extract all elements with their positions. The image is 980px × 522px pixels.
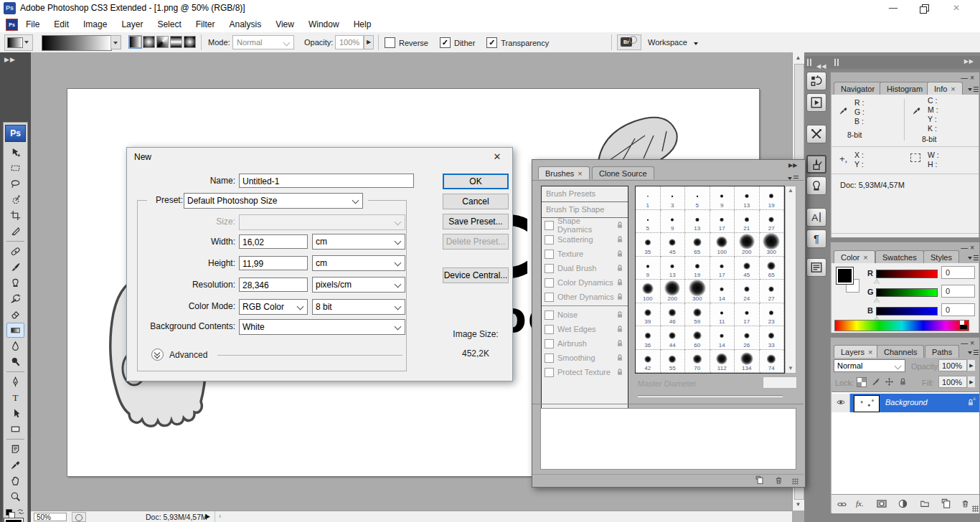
panel-button-history[interactable] <box>806 72 826 90</box>
slider-value-field[interactable]: 0 <box>941 285 975 298</box>
minimize-button[interactable]: — <box>881 0 905 16</box>
palette-menu-icon[interactable] <box>788 174 797 182</box>
default-colors-icon[interactable] <box>9 512 15 518</box>
foreground-color-swatch[interactable] <box>4 518 23 522</box>
expand-dock-icon[interactable]: ▶▶ <box>964 58 974 65</box>
brush-toggle-shape-dynamics[interactable]: Shape Dynamics <box>542 218 628 232</box>
tab-color[interactable]: Color× <box>834 250 875 263</box>
width-input[interactable]: 16,02 <box>239 234 308 249</box>
name-input[interactable]: Untitled-1 <box>239 174 414 188</box>
close-icon[interactable]: × <box>578 169 582 178</box>
tab-brushes[interactable]: Brushes× <box>538 166 590 179</box>
fill-arrow-button[interactable]: ▶ <box>967 376 976 388</box>
blur-tool[interactable] <box>6 338 24 353</box>
fill-field[interactable]: 100% <box>938 376 967 388</box>
opacity-field[interactable]: 100% <box>938 359 967 371</box>
resolution-unit-dropdown[interactable]: pixels/cm <box>312 277 405 293</box>
brush-preset-27[interactable]: 27 <box>760 210 785 234</box>
slider-track[interactable] <box>876 270 938 278</box>
layer-row-background[interactable]: Background <box>831 394 979 412</box>
cancel-button[interactable]: Cancel <box>443 194 509 209</box>
new-layer-icon[interactable] <box>941 498 951 509</box>
brush-toggle-texture[interactable]: Texture <box>542 247 628 261</box>
save-preset-button[interactable]: Save Preset... <box>443 214 509 229</box>
brush-preset-13[interactable]: 13 <box>661 257 686 280</box>
menu-edit[interactable]: Edit <box>47 16 76 32</box>
brush-preset-21[interactable]: 21 <box>735 210 760 234</box>
brush-preset-14[interactable]: 14 <box>710 280 735 303</box>
eraser-tool[interactable] <box>6 307 24 322</box>
add-mask-icon[interactable] <box>876 498 887 509</box>
brush-preset-1[interactable]: 1 <box>636 186 661 210</box>
menu-window[interactable]: Window <box>301 16 347 32</box>
unchecked-icon[interactable] <box>545 264 554 273</box>
menu-select[interactable]: Select <box>150 16 188 32</box>
unchecked-icon[interactable] <box>545 221 554 230</box>
brush-preset-200[interactable]: 200 <box>661 280 686 303</box>
opacity-field[interactable]: 100% <box>335 35 364 49</box>
slider-value-field[interactable]: 0 <box>941 266 975 279</box>
ok-button[interactable]: OK <box>443 174 509 189</box>
brush-preset-70[interactable]: 70 <box>685 350 710 374</box>
height-input[interactable]: 11,99 <box>239 256 308 270</box>
resize-grip[interactable] <box>792 478 798 485</box>
resolution-input[interactable]: 28,346 <box>239 277 308 292</box>
brush-preset-55[interactable]: 55 <box>661 350 686 374</box>
lock-position-icon[interactable] <box>885 377 894 386</box>
restore-button[interactable] <box>913 0 937 16</box>
blend-mode-dropdown[interactable]: Normal <box>834 359 905 372</box>
menu-filter[interactable]: Filter <box>189 16 222 32</box>
slider-track[interactable] <box>876 307 938 315</box>
menu-help[interactable]: Help <box>347 16 379 32</box>
brush-toggle-dual-brush[interactable]: Dual Brush <box>542 261 628 275</box>
color-spectrum-ramp[interactable] <box>834 320 969 331</box>
visibility-cell[interactable] <box>831 394 850 412</box>
delete-brush-icon[interactable] <box>774 475 783 485</box>
unchecked-icon[interactable] <box>545 235 554 245</box>
unchecked-icon[interactable] <box>545 339 554 348</box>
link-layers-icon[interactable] <box>836 499 848 510</box>
collapse-dock-icon[interactable]: ◀◀ <box>816 63 826 70</box>
go-to-bridge-button[interactable]: Br <box>617 34 641 50</box>
slider-thumb[interactable] <box>874 279 880 284</box>
lock-icon[interactable] <box>616 368 624 376</box>
history-brush-tool[interactable] <box>6 291 24 306</box>
unchecked-icon[interactable] <box>545 325 554 334</box>
brush-preset-27[interactable]: 27 <box>760 280 785 303</box>
linear-gradient-button[interactable] <box>129 36 141 48</box>
gradient-tool[interactable] <box>6 323 24 338</box>
lock-icon[interactable] <box>616 339 624 348</box>
close-panel-icon[interactable]: × <box>970 244 976 252</box>
close-button[interactable]: ✕ <box>944 0 969 16</box>
brush-preset-13[interactable]: 13 <box>735 186 760 210</box>
tab-channels[interactable]: Channels <box>877 345 924 358</box>
brush-preset-24[interactable]: 24 <box>735 280 760 303</box>
panel-button-layer-comps[interactable] <box>806 258 826 277</box>
brush-toggle-noise[interactable]: Noise <box>542 308 628 322</box>
menu-image[interactable]: Image <box>76 16 114 32</box>
angle-gradient-button[interactable] <box>156 36 169 48</box>
brush-preset-36[interactable]: 36 <box>636 326 661 350</box>
swap-colors-icon[interactable] <box>17 508 25 516</box>
menu-file[interactable]: File <box>19 16 47 32</box>
close-icon[interactable]: × <box>951 85 955 93</box>
brush-section-brush-presets[interactable]: Brush Presets <box>542 186 628 202</box>
new-group-icon[interactable] <box>919 498 930 508</box>
pen-tool[interactable] <box>6 374 24 389</box>
shape-tool[interactable] <box>6 422 24 437</box>
lasso-tool[interactable] <box>6 176 24 191</box>
unchecked-icon[interactable] <box>545 278 554 288</box>
color-mode-dropdown[interactable]: RGB Color <box>239 299 308 315</box>
brush-preset-100[interactable]: 100 <box>710 233 735 257</box>
quick-select-tool[interactable] <box>6 192 24 207</box>
brush-preset-19[interactable]: 19 <box>685 257 710 280</box>
tab-clone-source[interactable]: Clone Source <box>592 166 654 179</box>
menu-analysis[interactable]: Analysis <box>222 16 268 32</box>
lock-icon[interactable] <box>616 293 624 301</box>
layer-style-icon[interactable]: fx. <box>856 499 864 508</box>
brush-preset-112[interactable]: 112 <box>710 350 735 374</box>
reflected-gradient-button[interactable] <box>170 36 182 48</box>
zoom-level-field[interactable]: 50% <box>34 513 67 521</box>
checkbox-reverse[interactable]: Reverse <box>385 37 428 48</box>
brush-preset-9[interactable]: 9 <box>636 257 661 280</box>
